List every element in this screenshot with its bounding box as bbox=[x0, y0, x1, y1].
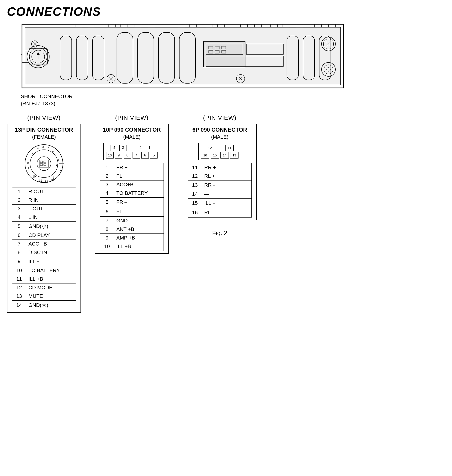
svg-text:13: 13 bbox=[45, 180, 48, 183]
connector-10p-diagram: 4 3 2 1 10 9 8 7 6 5 bbox=[100, 143, 164, 160]
svg-rect-4 bbox=[109, 24, 116, 27]
svg-text:14: 14 bbox=[60, 168, 63, 171]
pin-label: FL－ bbox=[114, 207, 164, 216]
svg-rect-18 bbox=[328, 24, 335, 27]
table-row: 5GND(小) bbox=[12, 221, 76, 231]
connector-13p-diagram: 1 2 3 4 5 6 7 7 8 9 10 12 13 10 14 bbox=[23, 143, 65, 184]
pin-label: ANT +B bbox=[114, 225, 164, 234]
table-row: 12RL + bbox=[188, 172, 252, 180]
pin-label: TO BATTERY bbox=[114, 189, 164, 197]
pin-number: 3 bbox=[12, 204, 26, 213]
short-connector-label: SHORT CONNECTOR (RN-EJZ-1373) bbox=[21, 93, 445, 107]
pin-label: ILL +B bbox=[114, 242, 164, 251]
table-row: 7ACC +B bbox=[12, 240, 76, 248]
pin-label: CD MODE bbox=[26, 283, 76, 292]
pin-number: 4 bbox=[100, 189, 114, 197]
pin-label: RR + bbox=[202, 163, 252, 172]
pin-number: 16 bbox=[188, 208, 202, 217]
table-row: 9ILL－ bbox=[12, 257, 76, 266]
table-row: 3ACC+B bbox=[100, 180, 164, 189]
pin-number: 10 bbox=[12, 266, 26, 275]
svg-rect-11 bbox=[217, 24, 224, 27]
pin-number: 13 bbox=[188, 180, 202, 190]
svg-rect-71 bbox=[44, 164, 46, 165]
pin-number: 2 bbox=[100, 172, 114, 180]
connector-13p-subtitle: (FEMALE) bbox=[12, 134, 76, 140]
pin-view-label-6p: (PIN VIEW) bbox=[203, 114, 236, 121]
svg-rect-16 bbox=[296, 24, 303, 27]
table-row: 9AMP +B bbox=[100, 234, 164, 242]
pin-label: RR－ bbox=[202, 180, 252, 190]
pin-number: 13 bbox=[12, 292, 26, 300]
svg-rect-12 bbox=[240, 24, 247, 27]
table-row: 14— bbox=[188, 190, 252, 198]
svg-text:3: 3 bbox=[42, 145, 44, 148]
pin-number: 9 bbox=[100, 234, 114, 242]
connector-6p-diagram: 12 11 16 15 14 13 bbox=[188, 143, 252, 160]
pin-label: ILL－ bbox=[202, 198, 252, 208]
svg-text:10: 10 bbox=[32, 175, 36, 178]
page-title: CONNECTIONS bbox=[7, 5, 445, 19]
svg-text:1: 1 bbox=[48, 147, 50, 150]
svg-rect-17 bbox=[315, 24, 322, 27]
svg-rect-15 bbox=[282, 24, 289, 27]
pin-label: ILL +B bbox=[26, 275, 76, 283]
pin-number: 10 bbox=[100, 242, 114, 251]
pin-number: 5 bbox=[12, 221, 26, 231]
pin-number: 11 bbox=[12, 275, 26, 283]
pin-view-label-10p: (PIN VIEW) bbox=[115, 114, 148, 121]
table-row: 10TO BATTERY bbox=[12, 266, 76, 275]
pin-label: MUTE bbox=[26, 292, 76, 300]
pin-label: L IN bbox=[26, 213, 76, 221]
connector-13p-section: (PIN VIEW) 13P DIN CONNECTOR (FEMALE) 1 bbox=[7, 114, 81, 313]
pin-number: 12 bbox=[12, 283, 26, 292]
pin-label: AMP +B bbox=[114, 234, 164, 242]
table-row: 13RR－ bbox=[188, 180, 252, 190]
pin-number: 11 bbox=[188, 163, 202, 172]
connector-13p-box: 13P DIN CONNECTOR (FEMALE) 1 2 bbox=[7, 124, 81, 313]
table-row: 5FR－ bbox=[100, 197, 164, 207]
svg-rect-9 bbox=[190, 24, 197, 27]
connector-13p-table: 1R OUT2R IN3L OUT4L IN5GND(小)6CD PLAY7AC… bbox=[12, 187, 76, 310]
pin-number: 9 bbox=[12, 257, 26, 266]
pin-label: GND bbox=[114, 216, 164, 225]
pin-label: FL + bbox=[114, 172, 164, 180]
connector-10p-title: 10P 090 CONNECTOR bbox=[100, 127, 164, 133]
svg-rect-2 bbox=[75, 24, 82, 27]
table-row: 8DISC IN bbox=[12, 248, 76, 257]
table-row: 1FR + bbox=[100, 163, 164, 172]
svg-text:2: 2 bbox=[52, 150, 54, 154]
table-row: 4L IN bbox=[12, 213, 76, 221]
pin-number: 4 bbox=[12, 213, 26, 221]
table-row: 2FL + bbox=[100, 172, 164, 180]
table-row: 7GND bbox=[100, 216, 164, 225]
pin-label: TO BATTERY bbox=[26, 266, 76, 275]
table-row: 13MUTE bbox=[12, 292, 76, 300]
pin-number: 14 bbox=[188, 190, 202, 198]
svg-rect-69 bbox=[44, 161, 46, 163]
pin-number: 8 bbox=[12, 248, 26, 257]
table-row: 14GND(大) bbox=[12, 300, 76, 310]
svg-rect-5 bbox=[120, 24, 127, 27]
table-row: 2R IN bbox=[12, 196, 76, 204]
table-row: 15ILL－ bbox=[188, 198, 252, 208]
fig-label: Fig. 2 bbox=[183, 229, 257, 237]
pin-label: L OUT bbox=[26, 204, 76, 213]
pin-label: ILL－ bbox=[26, 257, 76, 266]
pin-number: 6 bbox=[12, 231, 26, 240]
svg-rect-7 bbox=[148, 24, 155, 27]
table-row: 16RL－ bbox=[188, 208, 252, 217]
svg-text:4: 4 bbox=[37, 147, 39, 150]
table-row: 6FL－ bbox=[100, 207, 164, 216]
pin-tables-row: (PIN VIEW) 13P DIN CONNECTOR (FEMALE) 1 bbox=[7, 114, 445, 313]
svg-rect-13 bbox=[254, 24, 261, 27]
svg-text:5: 5 bbox=[57, 158, 59, 161]
table-row: 1R OUT bbox=[12, 187, 76, 196]
pin-number: 8 bbox=[100, 225, 114, 234]
pin-label: FR + bbox=[114, 163, 164, 172]
svg-text:8: 8 bbox=[27, 161, 29, 165]
pin-number: 1 bbox=[12, 187, 26, 196]
table-row: 12CD MODE bbox=[12, 283, 76, 292]
pin-label: DISC IN bbox=[26, 248, 76, 257]
pin-number: 6 bbox=[100, 207, 114, 216]
